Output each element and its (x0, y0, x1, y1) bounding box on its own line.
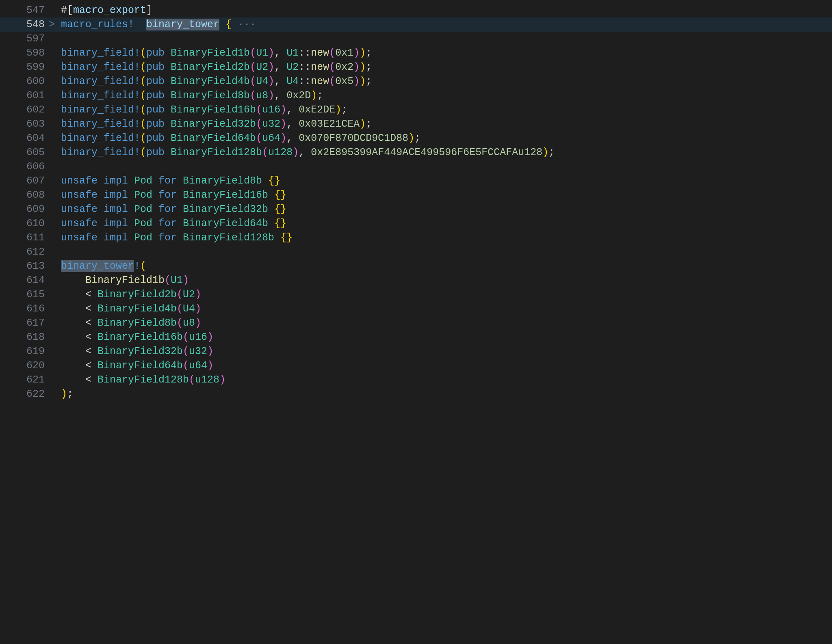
line-number: 600 (0, 74, 49, 89)
code-content[interactable]: binary_field!(pub BinaryField8b(u8), 0x2… (61, 89, 832, 103)
code-content[interactable]: binary_field!(pub BinaryField1b(U1), U1:… (61, 46, 832, 60)
code-line[interactable]: 599 binary_field!(pub BinaryField2b(U2),… (0, 60, 832, 74)
code-line[interactable]: 609 unsafe impl Pod for BinaryField32b {… (0, 202, 832, 216)
paren-close: ) (280, 132, 286, 144)
line-number: 617 (0, 316, 49, 330)
paren-close: ) (207, 331, 213, 343)
code-line[interactable]: 616 < BinaryField4b(U4) (0, 302, 832, 316)
code-content[interactable]: unsafe impl Pod for BinaryField64b {} (61, 216, 832, 231)
number-literal: 0x03E21CEA (299, 118, 360, 130)
code-line[interactable]: 622 ); (0, 387, 832, 401)
kw-for: for (152, 218, 183, 229)
code-line[interactable]: 608 unsafe impl Pod for BinaryField16b {… (0, 188, 832, 202)
fn-name: new (311, 61, 329, 73)
code-content[interactable]: binary_field!(pub BinaryField32b(u32), 0… (61, 117, 832, 131)
type-name: BinaryField8b (183, 175, 262, 187)
code-content[interactable]: #[macro_export] (61, 3, 832, 17)
code-line[interactable]: 610 unsafe impl Pod for BinaryField64b {… (0, 216, 832, 231)
code-content[interactable]: < BinaryField8b(u8) (61, 316, 832, 330)
code-content[interactable]: ); (61, 387, 832, 401)
code-content[interactable]: binary_field!(pub BinaryField16b(u16), 0… (61, 103, 832, 117)
kw-impl: impl (104, 232, 134, 244)
code-content[interactable]: unsafe impl Pod for BinaryField8b {} (61, 174, 832, 188)
code-content[interactable]: < BinaryField128b(u128) (61, 373, 832, 387)
paren-close: ) (311, 90, 317, 102)
code-content[interactable]: binary_field!(pub BinaryField128b(u128),… (61, 145, 832, 160)
line-number: 612 (0, 245, 49, 259)
code-line[interactable]: 597 (0, 32, 832, 46)
paren-close: ) (280, 118, 286, 130)
code-line[interactable]: 612 (0, 245, 832, 259)
line-number: 619 (0, 344, 49, 359)
code-content[interactable]: binary_tower!( (61, 259, 832, 273)
code-line[interactable]: 606 (0, 160, 832, 174)
kw-for: for (152, 203, 183, 215)
code-line[interactable]: 604 binary_field!(pub BinaryField64b(u64… (0, 131, 832, 145)
code-content[interactable]: unsafe impl Pod for BinaryField128b {} (61, 231, 832, 245)
code-content[interactable]: < BinaryField4b(U4) (61, 302, 832, 316)
code-editor[interactable]: 547 #[macro_export] 548 > macro_rules! b… (0, 0, 832, 401)
comma: , (274, 47, 286, 59)
line-number: 614 (0, 273, 49, 287)
inner-type: U1 (171, 274, 183, 286)
code-line[interactable]: 613 binary_tower!( (0, 259, 832, 273)
code-content[interactable]: < BinaryField64b(u64) (61, 359, 832, 373)
number-literal: 0xE2DE (299, 104, 335, 116)
code-line[interactable]: 614 BinaryField1b(U1) (0, 273, 832, 287)
code-content[interactable]: binary_field!(pub BinaryField4b(U4), U4:… (61, 74, 832, 89)
code-content[interactable]: binary_field!(pub BinaryField2b(U2), U2:… (61, 60, 832, 74)
code-line[interactable]: 621 < BinaryField128b(u128) (0, 373, 832, 387)
space (91, 331, 98, 343)
code-line[interactable]: 600 binary_field!(pub BinaryField4b(U4),… (0, 74, 832, 89)
paren-open: ( (256, 132, 262, 144)
code-line[interactable]: 617 < BinaryField8b(u8) (0, 316, 832, 330)
code-content[interactable]: unsafe impl Pod for BinaryField16b {} (61, 188, 832, 202)
paren-open: ( (250, 61, 256, 73)
line-number: 607 (0, 174, 49, 188)
line-number: 599 (0, 60, 49, 74)
code-content[interactable]: unsafe impl Pod for BinaryField32b {} (61, 202, 832, 216)
indent (61, 346, 85, 357)
code-line[interactable]: 618 < BinaryField16b(u16) (0, 330, 832, 344)
line-number: 598 (0, 46, 49, 60)
fold-ellipsis[interactable]: ··· (232, 19, 256, 30)
trait-name: Pod (134, 189, 152, 201)
type-name: BinaryField1b (85, 274, 165, 286)
brace-close: } (286, 232, 292, 244)
code-line[interactable]: 611 unsafe impl Pod for BinaryField128b … (0, 231, 832, 245)
code-content[interactable]: macro_rules! binary_tower { ··· (61, 17, 832, 32)
code-line[interactable]: 547 #[macro_export] (0, 3, 832, 17)
line-number: 610 (0, 216, 49, 231)
fold-toggle-icon[interactable]: > (49, 17, 61, 32)
semicolon: ; (366, 61, 372, 73)
code-line[interactable]: 598 binary_field!(pub BinaryField1b(U1),… (0, 46, 832, 60)
code-line[interactable]: 615 < BinaryField2b(U2) (0, 287, 832, 302)
code-line[interactable]: 603 binary_field!(pub BinaryField32b(u32… (0, 117, 832, 131)
code-line[interactable]: 619 < BinaryField32b(u32) (0, 344, 832, 359)
code-line[interactable]: 605 binary_field!(pub BinaryField128b(u1… (0, 145, 832, 160)
code-content[interactable]: < BinaryField32b(u32) (61, 344, 832, 359)
paren-close: ) (268, 90, 274, 102)
inner-type: u16 (189, 331, 207, 343)
space (91, 289, 98, 300)
code-content[interactable]: < BinaryField16b(u16) (61, 330, 832, 344)
macro-call-highlighted: binary_tower (61, 260, 134, 272)
code-line[interactable]: 602 binary_field!(pub BinaryField16b(u16… (0, 103, 832, 117)
code-line[interactable]: 601 binary_field!(pub BinaryField8b(u8),… (0, 89, 832, 103)
path-sep: :: (299, 61, 311, 73)
paren-close: ) (195, 317, 201, 329)
inner-type: u64 (189, 360, 207, 372)
kw-unsafe: unsafe (61, 189, 104, 201)
code-line-current[interactable]: 548 > macro_rules! binary_tower { ··· (0, 17, 832, 32)
code-line[interactable]: 607 unsafe impl Pod for BinaryField8b {} (0, 174, 832, 188)
number-literal: 0x2 (335, 61, 353, 73)
line-number: 601 (0, 89, 49, 103)
lt: < (85, 289, 91, 300)
paren-open: ( (140, 147, 146, 158)
code-line[interactable]: 620 < BinaryField64b(u64) (0, 359, 832, 373)
kw-unsafe: unsafe (61, 175, 104, 187)
code-content[interactable]: < BinaryField2b(U2) (61, 287, 832, 302)
code-content[interactable]: binary_field!(pub BinaryField64b(u64), 0… (61, 131, 832, 145)
line-number: 618 (0, 330, 49, 344)
code-content[interactable]: BinaryField1b(U1) (61, 273, 832, 287)
